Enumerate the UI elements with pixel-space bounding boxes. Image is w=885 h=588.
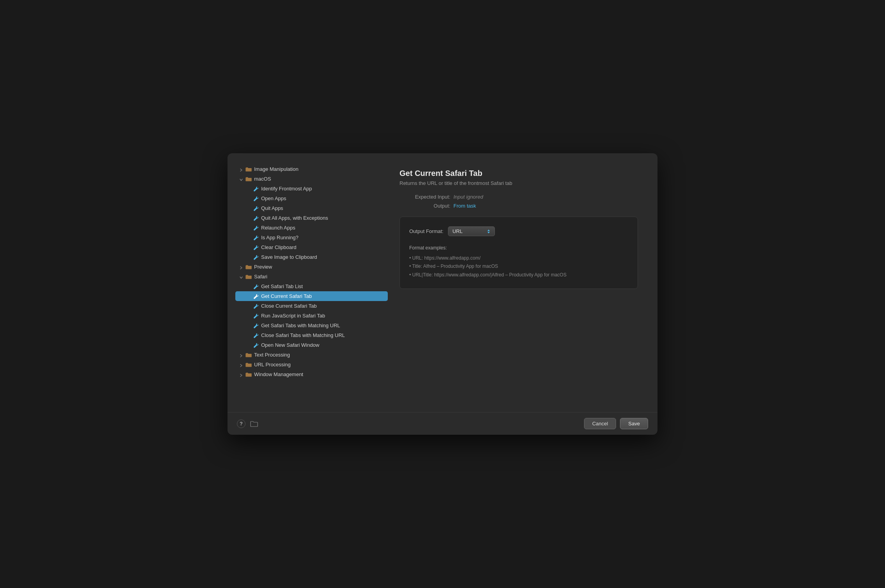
page-title: Get Current Safari Tab — [400, 169, 638, 178]
sidebar-item-label: macOS — [254, 176, 384, 182]
chevron-right-icon — [239, 353, 243, 357]
expected-input-value: Input ignored — [453, 194, 483, 200]
format-select-value: URL — [452, 228, 462, 234]
example-1: • URL: https://www.alfredapp.com/ — [409, 254, 628, 263]
page-subtitle: Returns the URL or title of the frontmos… — [400, 180, 638, 186]
output-panel: Output Format: URL Format examples: • — [400, 217, 638, 289]
sidebar-item-text-processing[interactable]: Text Processing — [235, 350, 388, 360]
sidebar-item-get-safari-tabs-matching[interactable]: Get Safari Tabs with Matching URL — [235, 321, 388, 330]
sidebar-item-label: Image Manipulation — [254, 166, 384, 172]
folder-icon — [245, 372, 252, 377]
sidebar-item-label: Relaunch Apps — [261, 225, 384, 231]
sidebar: Image Manipulation macOS Identify F — [235, 161, 388, 404]
select-arrows-icon — [487, 229, 491, 234]
help-button[interactable]: ? — [237, 419, 245, 428]
sidebar-item-label: Get Safari Tabs with Matching URL — [261, 323, 384, 328]
sidebar-item-url-processing[interactable]: URL Processing — [235, 360, 388, 369]
sidebar-item-label: Get Safari Tab List — [261, 283, 384, 289]
sidebar-item-identify-frontmost[interactable]: Identify Frontmost App — [235, 184, 388, 194]
sidebar-item-get-safari-tab-list[interactable]: Get Safari Tab List — [235, 281, 388, 291]
cancel-button[interactable]: Cancel — [584, 418, 616, 429]
example-3: • URL|Title: https://www.alfredapp.com/|… — [409, 271, 628, 280]
wrench-icon — [253, 333, 259, 338]
sidebar-item-preview[interactable]: Preview — [235, 262, 388, 272]
folder-icon — [245, 265, 252, 269]
wrench-icon — [253, 245, 259, 250]
chevron-right-icon — [239, 167, 243, 171]
sidebar-item-quit-apps[interactable]: Quit Apps — [235, 203, 388, 213]
wrench-icon — [253, 323, 259, 328]
footer-left: ? — [237, 419, 261, 428]
example-2: • Title: Alfred – Productivity App for m… — [409, 262, 628, 271]
sidebar-item-label: Window Management — [254, 371, 384, 377]
expected-input-label: Expected Input: — [400, 194, 450, 200]
sidebar-item-label: Open New Safari Window — [261, 342, 384, 348]
sidebar-item-clear-clipboard[interactable]: Clear Clipboard — [235, 242, 388, 252]
folder-icon — [245, 274, 252, 279]
output-value: From task — [453, 203, 476, 209]
sidebar-item-label: URL Processing — [254, 362, 384, 368]
sidebar-item-save-image-clipboard[interactable]: Save Image to Clipboard — [235, 252, 388, 262]
wrench-icon — [253, 215, 259, 221]
expected-input-row: Expected Input: Input ignored — [400, 194, 638, 200]
sidebar-item-open-new-safari-window[interactable]: Open New Safari Window — [235, 340, 388, 350]
sidebar-item-close-safari-tabs-matching[interactable]: Close Safari Tabs with Matching URL — [235, 330, 388, 340]
dialog-footer: ? Cancel Save — [228, 412, 657, 435]
sidebar-item-label: Is App Running? — [261, 235, 384, 240]
chevron-right-icon — [239, 363, 243, 367]
format-select[interactable]: URL — [448, 226, 495, 236]
sidebar-item-quit-all-apps[interactable]: Quit All Apps, with Exceptions — [235, 213, 388, 223]
sidebar-item-label: Text Processing — [254, 352, 384, 358]
sidebar-item-label: Close Current Safari Tab — [261, 303, 384, 309]
chevron-down-icon — [239, 177, 243, 181]
folder-icon — [245, 177, 252, 181]
wrench-icon — [253, 303, 259, 309]
sidebar-item-label: Get Current Safari Tab — [261, 293, 384, 299]
wrench-icon — [253, 206, 259, 211]
sidebar-item-is-app-running[interactable]: Is App Running? — [235, 233, 388, 242]
sidebar-item-image-manipulation[interactable]: Image Manipulation — [235, 164, 388, 174]
wrench-icon — [253, 284, 259, 289]
dialog: Image Manipulation macOS Identify F — [228, 153, 657, 435]
sidebar-item-window-management[interactable]: Window Management — [235, 369, 388, 379]
sidebar-item-run-javascript[interactable]: Run JavaScript in Safari Tab — [235, 311, 388, 321]
main-content: Get Current Safari Tab Returns the URL o… — [388, 161, 650, 404]
wrench-icon — [253, 294, 259, 299]
sidebar-item-label: Identify Frontmost App — [261, 186, 384, 192]
wrench-icon — [253, 313, 259, 319]
sidebar-item-open-apps[interactable]: Open Apps — [235, 194, 388, 203]
sidebar-item-label: Quit All Apps, with Exceptions — [261, 215, 384, 221]
dialog-body: Image Manipulation macOS Identify F — [228, 153, 657, 412]
output-row: Output: From task — [400, 203, 638, 209]
sidebar-item-relaunch-apps[interactable]: Relaunch Apps — [235, 223, 388, 233]
wrench-icon — [253, 255, 259, 260]
output-label: Output: — [400, 203, 450, 209]
sidebar-item-label: Run JavaScript in Safari Tab — [261, 313, 384, 319]
chevron-right-icon — [239, 265, 243, 269]
wrench-icon — [253, 196, 259, 201]
sidebar-item-label: Close Safari Tabs with Matching URL — [261, 332, 384, 338]
sidebar-item-label: Clear Clipboard — [261, 244, 384, 250]
wrench-icon — [253, 235, 259, 240]
sidebar-item-get-current-safari-tab[interactable]: Get Current Safari Tab — [235, 291, 388, 301]
sidebar-item-safari[interactable]: Safari — [235, 272, 388, 281]
folder-button[interactable] — [250, 419, 261, 428]
folder-icon — [245, 353, 252, 357]
sidebar-item-macos[interactable]: macOS — [235, 174, 388, 184]
format-label: Output Format: — [409, 228, 443, 234]
sidebar-item-close-current-safari-tab[interactable]: Close Current Safari Tab — [235, 301, 388, 311]
examples-section: Format examples: • URL: https://www.alfr… — [409, 244, 628, 279]
sidebar-item-label: Save Image to Clipboard — [261, 254, 384, 260]
sidebar-item-label: Safari — [254, 274, 384, 280]
save-button[interactable]: Save — [620, 418, 648, 429]
wrench-icon — [253, 225, 259, 231]
wrench-icon — [253, 342, 259, 348]
folder-icon — [245, 362, 252, 367]
sidebar-item-label: Open Apps — [261, 195, 384, 201]
examples-title: Format examples: — [409, 244, 628, 253]
footer-right: Cancel Save — [584, 418, 648, 429]
sidebar-item-label: Quit Apps — [261, 205, 384, 211]
sidebar-item-label: Preview — [254, 264, 384, 270]
wrench-icon — [253, 186, 259, 192]
folder-icon — [245, 167, 252, 172]
